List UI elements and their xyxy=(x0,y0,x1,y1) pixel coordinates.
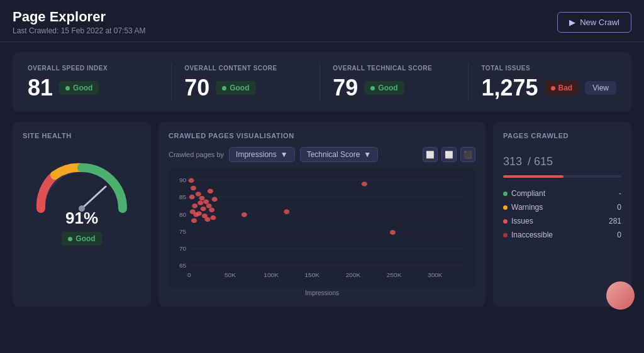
svg-text:90: 90 xyxy=(179,178,186,183)
score-cards-row: OVERALL SPEED INDEX 81 Good OVERALL CONT… xyxy=(13,52,631,112)
svg-text:100K: 100K xyxy=(264,272,279,278)
stat-label-issues: Issues xyxy=(503,217,533,225)
stat-text-compliant: Compliant xyxy=(511,189,545,198)
stat-text-warnings: Warnings xyxy=(511,203,543,212)
technical-score-label: OVERALL TECHNICAL SCORE xyxy=(333,65,455,72)
main-content: OVERALL SPEED INDEX 81 Good OVERALL CONT… xyxy=(0,42,644,317)
stat-label-inaccessible: Inaccessible xyxy=(503,231,553,239)
content-score-badge: Good xyxy=(216,81,255,95)
svg-point-31 xyxy=(199,196,204,201)
svg-point-24 xyxy=(192,204,197,209)
content-score-value: 70 xyxy=(184,77,209,99)
svg-text:0: 0 xyxy=(187,272,191,278)
technical-score-badge-label: Good xyxy=(378,84,397,92)
site-health-panel: SITE HEALTH 91% xyxy=(13,122,151,307)
content-score-label: OVERALL CONTENT SCORE xyxy=(184,65,307,72)
dot-warnings xyxy=(503,205,508,210)
svg-point-23 xyxy=(189,195,195,200)
technical-score-chevron-icon: ▼ xyxy=(364,150,371,159)
stat-row-warnings: Warnings 0 xyxy=(503,200,621,214)
svg-point-43 xyxy=(362,182,367,187)
svg-text:250K: 250K xyxy=(387,272,402,278)
dot-compliant xyxy=(503,192,508,196)
technical-score-card: OVERALL TECHNICAL SCORE 79 Good xyxy=(319,62,460,102)
scatter-chart-area: 90 85 80 75 70 65 0 50K 100K xyxy=(169,168,475,288)
view-issues-button[interactable]: View xyxy=(585,81,616,95)
speed-index-value: 81 xyxy=(28,77,53,99)
speed-index-card: OVERALL SPEED INDEX 81 Good xyxy=(23,62,164,102)
stat-value-warnings: 0 xyxy=(617,203,621,212)
impressions-chevron-icon: ▼ xyxy=(280,150,288,159)
stat-row-inaccessible: Inaccessible 0 xyxy=(503,228,621,242)
svg-point-35 xyxy=(204,217,210,222)
svg-text:80: 80 xyxy=(179,212,186,217)
svg-point-32 xyxy=(201,207,206,212)
speed-index-value-row: 81 Good xyxy=(28,77,158,99)
chart-icon-1[interactable]: ⬜ xyxy=(423,147,438,162)
dot-inaccessible xyxy=(503,233,508,237)
technical-score-value: 79 xyxy=(333,77,358,99)
pages-total: / 615 xyxy=(528,155,553,168)
chart-icon-group: ⬜ ⬜ ⬛ xyxy=(423,147,475,162)
content-score-dot xyxy=(222,86,226,90)
speed-index-badge-label: Good xyxy=(73,84,92,92)
content-score-badge-label: Good xyxy=(230,84,249,92)
stat-label-warnings: Warnings xyxy=(503,203,543,212)
stat-label-compliant: Compliant xyxy=(503,189,545,198)
total-issues-badge-label: Bad xyxy=(558,84,573,92)
pages-current: 313 xyxy=(503,155,522,168)
svg-text:50K: 50K xyxy=(225,272,236,278)
technical-score-dropdown-label: Technical Score xyxy=(307,150,360,159)
total-issues-value: 1,275 xyxy=(481,77,538,99)
pages-crawled-number: 313 / 615 xyxy=(503,147,621,170)
impressions-dropdown-label: Impressions xyxy=(236,150,277,159)
svg-point-36 xyxy=(206,204,212,209)
svg-point-44 xyxy=(390,230,396,235)
svg-point-28 xyxy=(196,192,201,197)
chart-controls-label: Crawled pages by xyxy=(169,151,224,158)
svg-text:75: 75 xyxy=(179,229,186,235)
speed-index-dot xyxy=(65,86,70,90)
content-score-value-row: 70 Good xyxy=(184,77,307,99)
technical-score-badge: Good xyxy=(364,81,404,95)
svg-text:65: 65 xyxy=(179,263,186,269)
pages-crawled-panel: PAGES CRAWLED 313 / 615 Compliant - Warn… xyxy=(493,122,631,307)
stat-value-inaccessible: 0 xyxy=(617,231,621,239)
chart-panel: CRAWLED PAGES VISUALISATION Crawled page… xyxy=(158,122,486,307)
gauge-svg xyxy=(31,152,132,215)
chart-icon-2[interactable]: ⬜ xyxy=(441,147,457,162)
stat-row-issues: Issues 281 xyxy=(503,214,621,228)
chart-icon-3[interactable]: ⬛ xyxy=(460,147,475,162)
bottom-panels: SITE HEALTH 91% xyxy=(13,122,631,307)
speed-index-badge: Good xyxy=(59,81,99,95)
svg-point-39 xyxy=(210,215,216,220)
svg-text:300K: 300K xyxy=(428,272,443,278)
svg-text:70: 70 xyxy=(179,246,186,252)
svg-text:200K: 200K xyxy=(346,272,361,278)
new-crawl-label: New Crawl xyxy=(580,18,619,27)
last-crawled-subtitle: Last Crawled: 15 Feb 2022 at 07:53 AM xyxy=(13,26,145,35)
crawl-progress-bar xyxy=(503,175,621,178)
site-health-title: SITE HEALTH xyxy=(23,132,141,139)
impressions-dropdown[interactable]: Impressions ▼ xyxy=(229,147,295,162)
avatar xyxy=(606,281,635,310)
stat-text-issues: Issues xyxy=(511,217,533,225)
technical-score-dropdown[interactable]: Technical Score ▼ xyxy=(300,147,379,162)
svg-point-38 xyxy=(209,208,214,213)
total-issues-badge: Bad xyxy=(545,81,579,95)
svg-point-22 xyxy=(191,186,196,191)
content-score-card: OVERALL CONTENT SCORE 70 Good xyxy=(171,62,312,102)
svg-point-30 xyxy=(196,211,202,216)
stat-text-inaccessible: Inaccessible xyxy=(511,231,553,239)
svg-point-21 xyxy=(189,178,194,183)
stat-value-issues: 281 xyxy=(609,217,621,225)
total-issues-value-row: 1,275 Bad View xyxy=(481,77,616,99)
technical-score-dot xyxy=(370,86,375,90)
new-crawl-button[interactable]: ▶ New Crawl xyxy=(557,12,631,33)
site-health-percent: 91% xyxy=(65,209,98,228)
svg-point-41 xyxy=(242,212,247,217)
pages-crawled-title: PAGES CRAWLED xyxy=(503,132,621,139)
svg-point-37 xyxy=(208,188,213,193)
stat-value-compliant: - xyxy=(619,189,621,198)
svg-point-29 xyxy=(197,200,203,205)
